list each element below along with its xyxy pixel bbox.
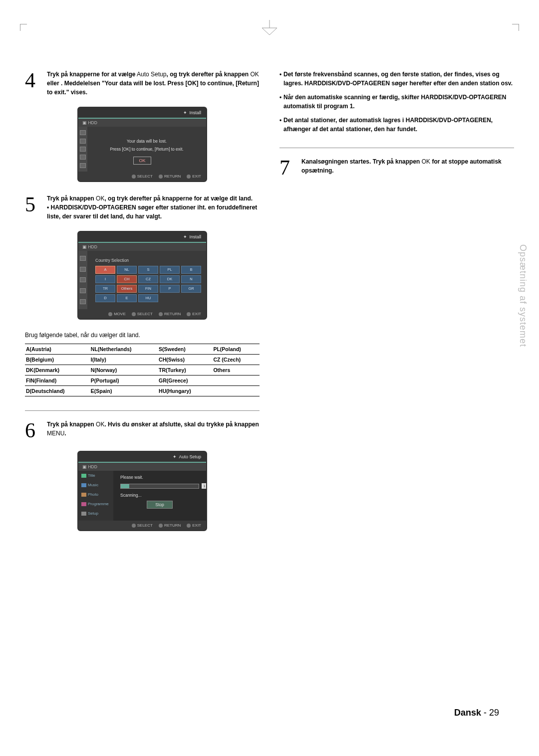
ss-header: ✦Install	[78, 232, 206, 242]
sidebar-photo: Photo	[78, 490, 113, 499]
ok-label: OK	[96, 421, 104, 428]
country-cell: PL	[160, 266, 180, 274]
footer-page-number: 29	[489, 708, 499, 718]
sidebar-title: Title	[78, 471, 113, 480]
bullet-3: Det antal stationer, der automatisk lagr…	[279, 116, 514, 134]
header-tag: Install	[189, 110, 201, 115]
cell: I(Italy)	[90, 355, 158, 365]
ss-header: ✦Install	[78, 108, 206, 118]
header-tag: Auto Setup	[179, 454, 201, 459]
text: , og tryk derefter på knapperne	[104, 195, 192, 202]
text: , og tryk derefter på knappen	[166, 71, 249, 78]
footer-move: MOVE	[108, 312, 126, 316]
country-cell: P	[160, 285, 180, 293]
step-number: 7	[279, 157, 296, 178]
auto-setup-label: Auto Setup	[137, 71, 166, 78]
right-column: Det første frekvensbånd scannes, og den …	[279, 70, 514, 543]
setup-body: Title Music Photo Programme Setup Please…	[78, 471, 206, 521]
please-wait-text: Please wait.	[120, 475, 199, 480]
page-footer: Dansk - 29	[454, 708, 499, 718]
bullet-text: • HARDDISK/DVD-OPTAGEREN søger efter sta…	[47, 204, 257, 220]
footer-select: SELECT	[132, 523, 153, 528]
svg-line-3	[270, 28, 277, 35]
bullet-1: Det første frekvensbånd scannes, og den …	[279, 70, 514, 88]
ss-header: ✦Auto Setup	[78, 452, 206, 462]
content-columns: 4 Tryk på knapperne for at vælge Auto Se…	[25, 70, 514, 543]
info-bullets: Det første frekvensbånd scannes, og den …	[279, 70, 514, 134]
footer-return: RETURN	[159, 312, 181, 316]
cell: N(Norway)	[90, 365, 158, 376]
divider	[279, 148, 514, 148]
ss-sidebar	[78, 127, 87, 172]
cell	[212, 376, 260, 386]
ok-label: OK	[251, 71, 259, 78]
text: for at vælge dit land.	[194, 195, 253, 202]
left-column: 4 Tryk på knapperne for at vælge Auto Se…	[25, 70, 260, 543]
step-number: 4	[25, 70, 42, 97]
hdd-tag: ▣ HDD	[78, 118, 206, 127]
setup-sidebar: Title Music Photo Programme Setup	[78, 471, 113, 521]
country-cell: FIN	[138, 285, 158, 293]
cell: Others	[212, 365, 260, 376]
text: Tryk på knapperne	[47, 71, 100, 78]
text: Tryk på knappen	[47, 195, 94, 202]
text: .	[64, 430, 66, 437]
crop-mark-left	[20, 24, 27, 31]
setup-main: Please wait. 11% Scanning... Stop	[113, 471, 206, 521]
country-cell: Others	[117, 285, 137, 293]
cell: GR(Greece)	[158, 376, 212, 386]
table-caption: Brug følgende tabel, når du vælger dit l…	[25, 332, 260, 339]
cell: DK(Denmark)	[25, 365, 90, 376]
step-6: 6 Tryk på knappen OK. Hvis du ønsker at …	[25, 420, 260, 441]
cell: D(Deutschland)	[25, 386, 90, 396]
hdd-tag: ▣ HDD	[78, 462, 206, 471]
manual-page: 4 Tryk på knapperne for at vælge Auto Se…	[0, 0, 539, 756]
text: for at vælge	[101, 71, 135, 78]
side-tab: Opsætning af systemet	[518, 244, 528, 347]
crop-mark-right	[512, 24, 519, 31]
cell: PL(Poland)	[212, 344, 260, 355]
text: . Hvis du ønsker at afslutte, skal du tr…	[104, 421, 259, 428]
country-cell: DK	[160, 275, 180, 283]
ss-footer: SELECT RETURN EXIT	[78, 172, 206, 181]
crop-mark-top	[257, 20, 282, 35]
cell: FIN(Finland)	[25, 376, 90, 386]
footer-language: Dansk	[454, 708, 481, 718]
country-cell: S	[138, 266, 158, 274]
cell: NL(Netherlands)	[90, 344, 158, 355]
cell: CH(Swiss)	[158, 355, 212, 365]
ss-footer: MOVE SELECT RETURN EXIT	[78, 309, 206, 319]
progress-bar: 11%	[120, 484, 199, 489]
step-text: Kanalsøgningen startes. Tryk på knappen …	[301, 157, 514, 178]
ss-body: Country Selection A NL S PL B I CH CZ DK…	[78, 251, 206, 309]
cell: CZ (Czech)	[212, 355, 260, 365]
cell	[212, 386, 260, 396]
text: Kanalsøgningen startes. Tryk på knappen	[301, 158, 420, 165]
footer-return: RETURN	[159, 523, 181, 528]
screenshot-auto-setup: ✦Auto Setup ▣ HDD Title Music Photo Prog…	[77, 451, 207, 531]
text: Tryk på knappen	[47, 421, 94, 428]
country-cell: GR	[181, 285, 201, 293]
country-table: A(Austria)NL(Netherlands)S(Sweden)PL(Pol…	[25, 344, 260, 396]
country-cell: TR	[95, 285, 115, 293]
cell: B(Belgium)	[25, 355, 90, 365]
hdd-tag: ▣ HDD	[78, 242, 206, 251]
header-tag: Install	[189, 234, 201, 239]
country-cell: N	[181, 275, 201, 283]
footer-select: SELECT	[132, 312, 153, 316]
ok-button: OK	[133, 157, 151, 165]
step-4: 4 Tryk på knapperne for at vælge Auto Se…	[25, 70, 260, 97]
country-cell: I	[95, 275, 115, 283]
sidebar-programme: Programme	[78, 499, 113, 509]
country-grid: A NL S PL B I CH CZ DK N TR Others FIN P	[83, 263, 201, 305]
country-cell: A	[95, 266, 115, 274]
country-cell: CH	[117, 275, 137, 283]
footer-exit: EXIT	[187, 523, 201, 528]
step-number: 5	[25, 194, 42, 221]
warning-line-2: Press [OK] to continue, [Return] to exit…	[92, 147, 201, 152]
footer-return: RETURN	[159, 174, 181, 179]
footer-exit: EXIT	[187, 174, 201, 179]
step-text: Tryk på knapperne for at vælge Auto Setu…	[47, 70, 260, 97]
footer-select: SELECT	[132, 174, 153, 179]
country-cell: CZ	[138, 275, 158, 283]
